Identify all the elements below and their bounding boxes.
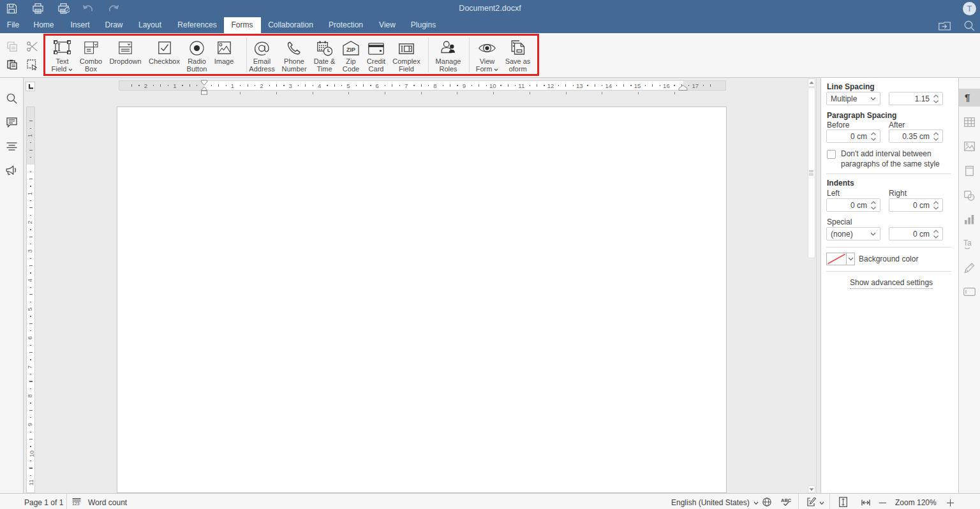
svg-text:123: 123 xyxy=(72,501,80,506)
svg-text:ZIP: ZIP xyxy=(346,47,355,53)
svg-text:ABC: ABC xyxy=(781,498,791,503)
svg-text:Ta: Ta xyxy=(963,239,972,247)
